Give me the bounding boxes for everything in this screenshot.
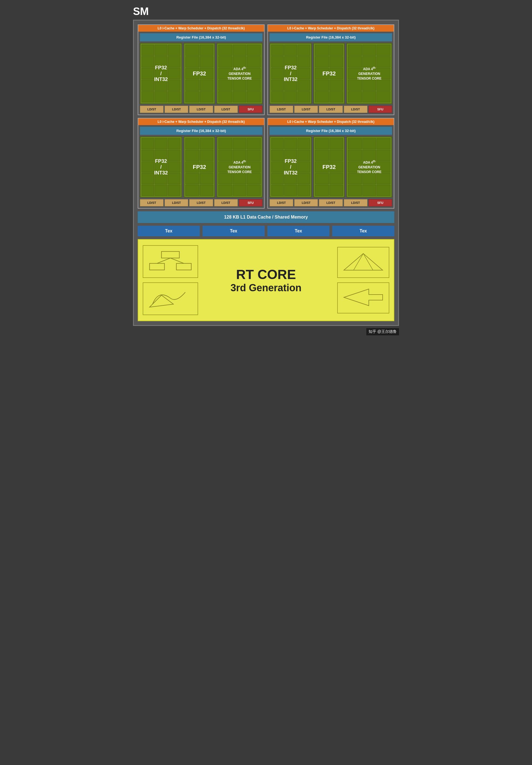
bottom-quadrant-row: L0 i-Cache + Warp Scheduler + Dispatch (… (138, 118, 394, 209)
ldst-cell-1: LD/ST (270, 199, 293, 206)
grid-cell (271, 56, 284, 67)
rt-core-title: RT CORE (198, 267, 334, 282)
ldst-cell-4: LD/ST (214, 199, 238, 206)
warp-scheduler-bar-tr: L0 i-Cache + Warp Scheduler + Dispatch (… (268, 25, 394, 32)
fp32-block-br: FP32 (313, 137, 345, 198)
grid-cell (247, 162, 261, 173)
grid-cell (154, 68, 167, 79)
grid-cell (247, 185, 261, 196)
grid-cell (218, 45, 232, 56)
grid-cell (141, 185, 154, 196)
grid-cell (247, 173, 261, 184)
grid-cell (141, 173, 154, 184)
tex-cell-1: Tex (138, 226, 200, 236)
tensor-block-tr: ADA 4thGENERATIONTENSOR CORE (346, 43, 392, 104)
rt-icon-right (334, 247, 389, 314)
tex-cell-2: Tex (202, 226, 265, 236)
ldst-row-bl: LD/ST LD/ST LD/ST LD/ST SFU (138, 199, 264, 208)
register-file-bar-br: Register File (16,384 x 32-bit) (270, 127, 392, 135)
grid-cell (200, 150, 214, 161)
grid-cell (330, 56, 343, 67)
grid-cell (271, 91, 284, 102)
bvh-icon-top (143, 245, 198, 278)
grid-cell (218, 150, 232, 161)
grid-cell (168, 80, 180, 91)
grid-cell (141, 91, 154, 102)
watermark: 知乎 @王尔德鲁 (366, 328, 399, 335)
grid-cell (218, 162, 232, 173)
grid-cell (363, 45, 376, 56)
fp32-block-tr: FP32 (313, 43, 345, 104)
grid-cell (377, 138, 391, 149)
grid-cell (298, 45, 310, 56)
grid-cell (284, 173, 297, 184)
grid-cell (271, 185, 284, 196)
grid-cell (330, 80, 343, 91)
register-file-bar-bl: Register File (16,384 x 32-bit) (140, 127, 262, 135)
grid-cell (284, 91, 297, 102)
grid-cell (377, 45, 391, 56)
grid-cell (168, 150, 180, 161)
grid-cell (185, 162, 199, 173)
grid-cell (168, 173, 180, 184)
grid-cell (363, 173, 376, 184)
svg-line-3 (157, 258, 170, 263)
quadrant-top-left: L0 i-Cache + Warp Scheduler + Dispatch (… (138, 24, 265, 115)
grid-cell (185, 150, 199, 161)
grid-cell (141, 45, 154, 56)
grid-cell (330, 68, 343, 79)
grid-cell (315, 45, 329, 56)
grid-cell (298, 173, 310, 184)
grid-cell (348, 91, 362, 102)
sfu-cell-tr: SFU (369, 106, 392, 113)
grid-cell (377, 173, 391, 184)
grid-cell (271, 45, 284, 56)
grid-cell (141, 56, 154, 67)
grid-cell (141, 138, 154, 149)
grid-cell (330, 162, 343, 173)
grid-cell (348, 138, 362, 149)
grid-cell (168, 56, 180, 67)
grid-cell (141, 80, 154, 91)
tex-row: Tex Tex Tex Tex (138, 226, 394, 236)
grid-cell (185, 68, 199, 79)
grid-cell (377, 185, 391, 196)
rt-core-label: RT CORE 3rd Generation (198, 267, 334, 294)
grid-cell (247, 68, 261, 79)
grid-cell (348, 56, 362, 67)
grid-cell (154, 162, 167, 173)
grid-cell (377, 80, 391, 91)
ldst-row-tr: LD/ST LD/ST LD/ST LD/ST SFU (268, 106, 394, 115)
grid-cell (348, 45, 362, 56)
grid-cell (141, 68, 154, 79)
ldst-cell-1: LD/ST (140, 199, 163, 206)
grid-cell (154, 173, 167, 184)
sfu-cell-br: SFU (369, 199, 392, 206)
ldst-cell-2: LD/ST (294, 199, 318, 206)
sfu-cell-tl: SFU (239, 106, 262, 113)
grid-cell (315, 56, 329, 67)
sfu-cell-bl: SFU (239, 199, 262, 206)
tensor-block-br: ADA 4thGENERATIONTENSOR CORE (346, 137, 392, 198)
grid-cell (200, 56, 214, 67)
grid-cell (185, 80, 199, 91)
grid-cell (330, 185, 343, 196)
grid-cell (271, 162, 284, 173)
ldst-cell-3: LD/ST (319, 199, 343, 206)
grid-cell (154, 80, 167, 91)
grid-cell (247, 80, 261, 91)
grid-cell (200, 185, 214, 196)
grid-cell (185, 185, 199, 196)
grid-cell (284, 68, 297, 79)
grid-cell (168, 162, 180, 173)
grid-cell (284, 80, 297, 91)
grid-cell (233, 162, 247, 173)
fp32-int32-block-bl: FP32/INT32 (140, 137, 182, 198)
grid-cell (315, 80, 329, 91)
grid-cell (218, 91, 232, 102)
grid-cell (298, 68, 310, 79)
grid-cell (200, 45, 214, 56)
register-file-bar-tl: Register File (16,384 x 32-bit) (140, 33, 262, 41)
grid-cell (141, 162, 154, 173)
register-file-bar-tr: Register File (16,384 x 32-bit) (270, 33, 392, 41)
